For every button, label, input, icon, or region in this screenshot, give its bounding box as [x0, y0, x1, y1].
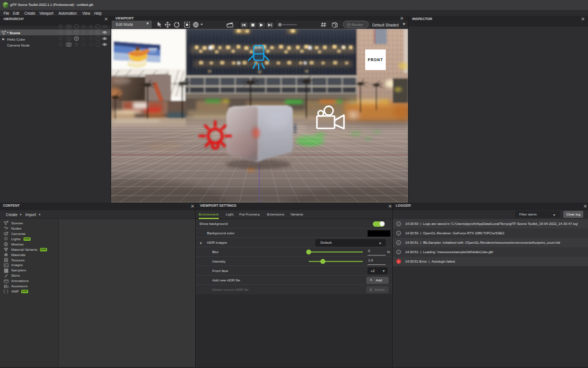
- svg-text:FRONT: FRONT: [368, 58, 383, 62]
